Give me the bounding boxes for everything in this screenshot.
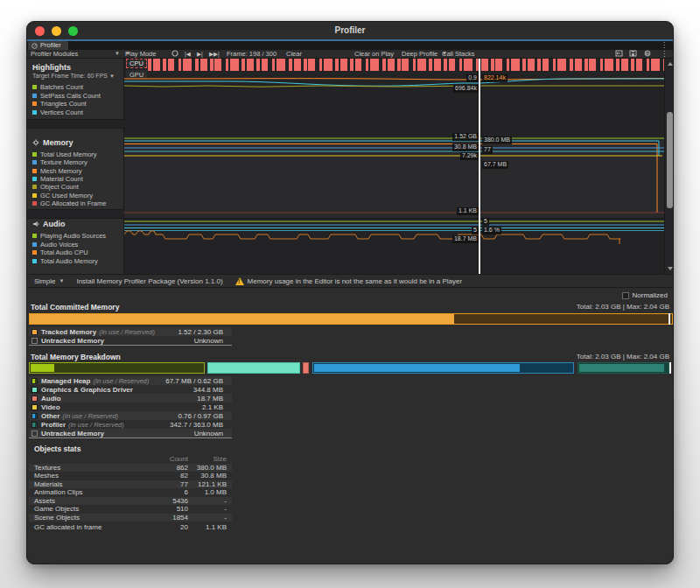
detail-view-dropdown[interactable]: Simple ▼: [34, 277, 64, 285]
clear-on-play-toggle[interactable]: Clear on Play: [354, 50, 394, 58]
load-profile-icon[interactable]: [615, 50, 623, 57]
chart-lines: [124, 59, 664, 274]
module-header-highlights[interactable]: Highlights: [32, 63, 71, 72]
chart-value-chip: 1.6 %: [482, 227, 501, 234]
next-frame-button[interactable]: ▶|: [197, 50, 203, 58]
tab-profiler[interactable]: Profiler: [28, 41, 68, 50]
scroll-down-icon[interactable]: [668, 267, 673, 270]
section-title: Total Memory Breakdown: [31, 353, 121, 361]
counter-gc-used-memory[interactable]: GC Used Memory: [32, 192, 93, 200]
chevron-down-icon: ▼: [109, 74, 115, 79]
counter-total-audio-memory[interactable]: Total Audio Memory: [32, 257, 98, 265]
record-button[interactable]: [172, 50, 178, 57]
table-row[interactable]: Meshes8230.8 MB: [29, 472, 232, 480]
help-icon[interactable]: ?: [644, 50, 651, 57]
scroll-up-icon[interactable]: [668, 62, 673, 66]
table-row[interactable]: Game Objects510-: [29, 505, 232, 514]
legend-swatch: [32, 338, 38, 344]
chart-value-chip: 67.7 MB: [482, 161, 508, 169]
segment-managed-heap[interactable]: [29, 362, 205, 374]
committed-memory-bar[interactable]: [29, 313, 673, 325]
profiler-toolbar: Profiler Modules ▼ Play Mode ▼ |◀ ▶| ▶▶|…: [27, 50, 673, 59]
current-frame-button[interactable]: ▶▶|: [209, 50, 220, 58]
install-package-button[interactable]: Install Memory Profiler Package (Version…: [76, 277, 222, 285]
normalized-option[interactable]: Normalized: [622, 291, 668, 299]
segment-profiler[interactable]: [578, 362, 669, 374]
speaker-icon: [32, 220, 39, 228]
chart-value-chip: 5: [482, 218, 489, 226]
scrollbar-thumb[interactable]: [667, 112, 673, 208]
series-swatch: [32, 85, 37, 89]
counter-texture-memory[interactable]: Texture Memory: [32, 158, 88, 166]
table-row[interactable]: Textures862380.0 MB: [29, 464, 232, 472]
table-row[interactable]: Animation Clips61.0 MB: [29, 488, 232, 497]
detail-toolbar: Simple ▼ Install Memory Profiler Package…: [27, 274, 673, 288]
counter-material-count[interactable]: Material Count: [32, 175, 83, 183]
toolbar-menu-icon[interactable]: ⋮: [661, 50, 668, 58]
chart-scrollbar[interactable]: [664, 59, 674, 274]
series-swatch: [32, 201, 37, 206]
segment-other[interactable]: [312, 362, 574, 374]
series-swatch: [32, 94, 37, 98]
counter-playing-audio-sources[interactable]: Playing Audio Sources: [32, 232, 106, 240]
memory-breakdown-legend: Managed Heap(In use / Reserved) 67.7 MB …: [29, 376, 232, 438]
deep-profile-toggle[interactable]: Deep Profile: [402, 50, 438, 58]
table-row[interactable]: Scene Objects1854-: [29, 514, 232, 522]
table-row[interactable]: Materials77121.1 KB: [29, 480, 232, 489]
series-swatch: [32, 193, 37, 198]
legend-row[interactable]: Untracked Memory Unknown: [29, 336, 232, 345]
legend-row[interactable]: Managed Heap(In use / Reserved) 67.7 MB …: [29, 376, 232, 385]
legend-swatch: [32, 329, 38, 335]
warning-icon: !: [235, 277, 244, 285]
module-header-audio[interactable]: Audio: [32, 220, 66, 228]
normalized-checkbox[interactable]: [622, 292, 629, 299]
selected-frame-playhead[interactable]: [479, 59, 480, 274]
target-frame-time-dropdown[interactable]: Target Frame Time: 60 FPS ▼: [32, 73, 115, 79]
legend-row[interactable]: Other(In use / Reserved) 0.76 / 0.97 GB: [29, 411, 232, 420]
legend-row[interactable]: Untracked Memory Unknown: [29, 429, 232, 438]
counter-object-count[interactable]: Object Count: [32, 183, 79, 191]
legend-row[interactable]: Audio 18.7 MB: [29, 394, 232, 402]
committed-memory-legend: Tracked Memory (In use / Reserved) 1.52 …: [29, 327, 232, 346]
module-header-memory[interactable]: Memory: [32, 138, 74, 147]
series-swatch: [32, 234, 37, 238]
legend-row[interactable]: Video 2.1 KB: [29, 402, 232, 411]
profiler-window: Profiler Profiler ⋮ Profiler Modules ▼ P…: [26, 21, 674, 564]
legend-swatch: [32, 422, 38, 428]
legend-swatch: [32, 378, 38, 384]
module-separator: [27, 209, 124, 219]
counter-mesh-memory[interactable]: Mesh Memory: [32, 167, 82, 175]
titlebar: Profiler: [27, 22, 673, 39]
chevron-down-icon: ▼: [115, 50, 120, 58]
table-row[interactable]: Assets5436-: [29, 497, 232, 506]
memory-breakdown-bar[interactable]: [29, 362, 673, 374]
memory-breakdown-header: Total Memory Breakdown Total: 2.03 GB | …: [31, 352, 669, 361]
save-profile-icon[interactable]: [629, 50, 637, 57]
counter-setpass[interactable]: SetPass Calls Count: [32, 92, 101, 100]
counter-total-audio-cpu[interactable]: Total Audio CPU: [32, 248, 88, 256]
prev-frame-button[interactable]: |◀: [185, 50, 191, 58]
segment-audio[interactable]: [303, 362, 309, 374]
module-separator: [27, 119, 124, 129]
legend-row[interactable]: Tracked Memory (In use / Reserved) 1.52 …: [29, 327, 232, 336]
chart-canvas[interactable]: CPU GPU: [124, 59, 674, 274]
series-swatch: [32, 185, 37, 189]
counter-audio-voices[interactable]: Audio Voices: [32, 241, 78, 248]
series-swatch: [32, 110, 37, 115]
tab-label: Profiler: [40, 41, 61, 50]
counter-batches[interactable]: Batches Count: [32, 83, 83, 91]
section-total: Total: 2.03 GB | Max: 2.04 GB: [577, 303, 669, 311]
legend-row[interactable]: Profiler(In use / Reserved) 342.7 / 363.…: [29, 420, 232, 429]
max-marker: [668, 313, 670, 325]
counter-triangles[interactable]: Triangles Count: [32, 100, 87, 108]
clear-button[interactable]: Clear: [286, 50, 302, 58]
counter-total-used-memory[interactable]: Total Used Memory: [32, 150, 97, 158]
series-swatch: [32, 160, 37, 164]
segment-graphics[interactable]: [207, 362, 300, 374]
legend-row[interactable]: Graphics & Graphics Driver 344.8 MB: [29, 385, 232, 394]
gc-allocated-row[interactable]: GC allocated in frame 20 1.1 KB: [29, 523, 232, 532]
frame-counter: Frame: 198 / 300: [227, 50, 276, 58]
counter-gc-allocated[interactable]: GC Allocated in Frame: [32, 200, 106, 207]
counter-vertices[interactable]: Vertices Count: [32, 108, 83, 116]
tab-menu-icon[interactable]: ⋮: [661, 41, 668, 50]
